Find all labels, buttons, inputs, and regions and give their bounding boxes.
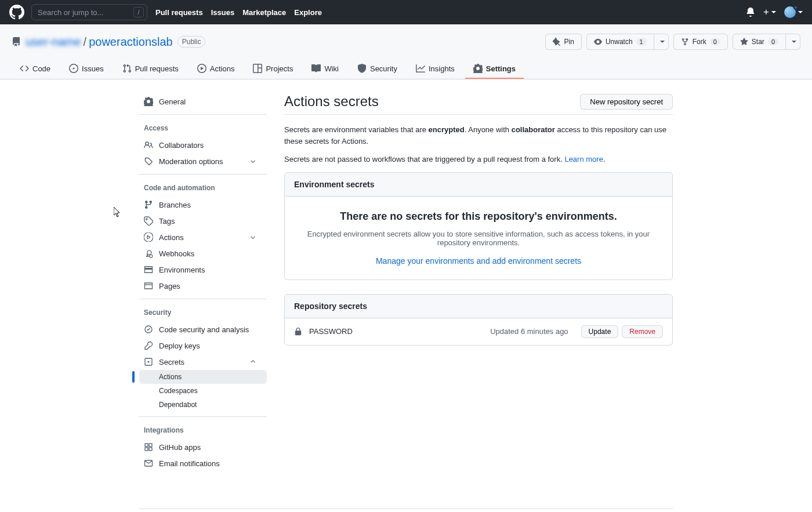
sidebar-actions[interactable]: Actions [139, 229, 267, 245]
user-menu-dropdown[interactable] [784, 6, 803, 18]
env-panel-header: Environment secrets [285, 173, 672, 197]
fork-button[interactable]: Fork0 [673, 34, 728, 50]
settings-sidebar: General Access Collaborators Moderation … [139, 93, 267, 471]
env-empty-desc: Encrypted environment secrets allow you … [294, 230, 663, 247]
sidebar-secrets-actions[interactable]: Actions [139, 370, 267, 384]
tab-issues[interactable]: Issues [61, 59, 112, 79]
tab-security[interactable]: Security [349, 59, 405, 79]
visibility-badge: Public [177, 36, 206, 48]
sidebar-branches[interactable]: Branches [139, 197, 267, 213]
sidebar-code-security[interactable]: Code security and analysis [139, 321, 267, 337]
repo-action-buttons: Pin Unwatch1 Fork0 Star0 [545, 34, 800, 50]
sidebar-environments[interactable]: Environments [139, 262, 267, 278]
pin-button[interactable]: Pin [545, 34, 582, 50]
env-empty-title: There are no secrets for this repository… [294, 210, 663, 223]
global-nav-links: Pull requests Issues Marketplace Explore [155, 8, 322, 17]
star-button-group: Star0 [733, 34, 800, 50]
sidebar-moderation[interactable]: Moderation options [139, 153, 267, 169]
settings-content: Actions secrets New repository secret Se… [284, 93, 673, 471]
tab-wiki[interactable]: Wiki [303, 59, 347, 79]
page-title: Actions secrets [284, 93, 379, 110]
watch-dropdown[interactable] [654, 34, 669, 50]
sidebar-group-access: Access [139, 119, 267, 137]
repo-title-row: user-name / poweractionslab Public Pin U… [12, 34, 800, 50]
global-header: / Pull requests Issues Marketplace Explo… [0, 0, 812, 24]
repo-panel-header: Repository secrets [285, 295, 672, 318]
notifications-icon[interactable] [746, 8, 755, 17]
repo-icon [12, 37, 21, 46]
repo-owner-link[interactable]: user-name [26, 35, 81, 49]
sidebar-collaborators[interactable]: Collaborators [139, 137, 267, 153]
svg-point-2 [148, 361, 150, 363]
secret-updated-time: Updated 6 minutes ago [490, 327, 568, 336]
lock-icon [294, 328, 302, 336]
svg-rect-6 [149, 448, 152, 451]
sidebar-webhooks[interactable]: Webhooks [139, 245, 267, 262]
star-dropdown[interactable] [786, 34, 800, 50]
env-panel-body: There are no secrets for this repository… [285, 197, 672, 279]
sidebar-pages[interactable]: Pages [139, 278, 267, 294]
tab-insights[interactable]: Insights [408, 59, 463, 79]
repo-header: user-name / poweractionslab Public Pin U… [0, 24, 812, 79]
repository-secrets-panel: Repository secrets PASSWORD Updated 6 mi… [284, 294, 673, 346]
page-footer: © 2022 GitHub, Inc. Terms Privacy Securi… [139, 509, 673, 512]
nav-issues[interactable]: Issues [211, 8, 234, 17]
search-input[interactable] [31, 4, 147, 20]
mouse-cursor-icon [114, 207, 122, 220]
learn-more-link[interactable]: Learn more [564, 155, 603, 164]
sidebar-group-security: Security [139, 304, 267, 321]
secret-name: PASSWORD [309, 327, 353, 336]
repo-tabs: Code Issues Pull requests Actions Projec… [12, 59, 800, 79]
star-button[interactable]: Star0 [733, 34, 786, 50]
repo-path: user-name / poweractionslab Public [12, 35, 205, 49]
github-logo-icon[interactable] [9, 5, 24, 20]
manage-environments-link[interactable]: Manage your environments and add environ… [376, 256, 581, 266]
sidebar-github-apps[interactable]: GitHub apps [139, 439, 267, 455]
slash-key-icon: / [133, 7, 144, 17]
global-nav-right: + [746, 6, 803, 18]
nav-explore[interactable]: Explore [294, 8, 322, 17]
nav-pull-requests[interactable]: Pull requests [155, 8, 203, 17]
description-1: Secrets are environment variables that a… [284, 124, 673, 147]
new-repository-secret-button[interactable]: New repository secret [580, 94, 673, 110]
sidebar-secrets[interactable]: Secrets [139, 354, 267, 370]
remove-secret-button[interactable]: Remove [622, 325, 663, 338]
create-dropdown[interactable]: + [763, 6, 776, 18]
sidebar-general[interactable]: General [139, 93, 267, 110]
svg-rect-4 [149, 444, 152, 446]
svg-rect-3 [145, 444, 148, 446]
sidebar-secrets-codespaces[interactable]: Codespaces [139, 384, 267, 398]
tab-actions[interactable]: Actions [189, 59, 243, 79]
tab-settings[interactable]: Settings [465, 59, 524, 79]
content-header: Actions secrets New repository secret [284, 93, 673, 115]
tab-projects[interactable]: Projects [245, 59, 301, 79]
repo-name-link[interactable]: poweractionslab [89, 35, 173, 49]
secret-row: PASSWORD Updated 6 minutes ago Update Re… [285, 318, 672, 345]
environment-secrets-panel: Environment secrets There are no secrets… [284, 172, 673, 280]
settings-container: General Access Collaborators Moderation … [139, 79, 673, 485]
sidebar-secrets-dependabot[interactable]: Dependabot [139, 398, 267, 412]
unwatch-button[interactable]: Unwatch1 [586, 34, 654, 50]
sidebar-group-integrations: Integrations [139, 422, 267, 439]
tab-code[interactable]: Code [12, 59, 59, 79]
update-secret-button[interactable]: Update [581, 325, 619, 338]
watch-button-group: Unwatch1 [586, 34, 669, 50]
sidebar-email-notifications[interactable]: Email notifications [139, 455, 267, 471]
sidebar-deploy-keys[interactable]: Deploy keys [139, 337, 267, 354]
description-2: Secrets are not passed to workflows that… [284, 154, 673, 165]
sidebar-tags[interactable]: Tags [139, 213, 267, 229]
sidebar-group-code: Code and automation [139, 179, 267, 197]
nav-marketplace[interactable]: Marketplace [242, 8, 286, 17]
path-separator: / [84, 35, 87, 49]
notification-badge-icon [793, 5, 798, 10]
search-box: / [31, 4, 147, 20]
svg-rect-5 [145, 448, 148, 451]
tab-pull-requests[interactable]: Pull requests [114, 59, 187, 79]
